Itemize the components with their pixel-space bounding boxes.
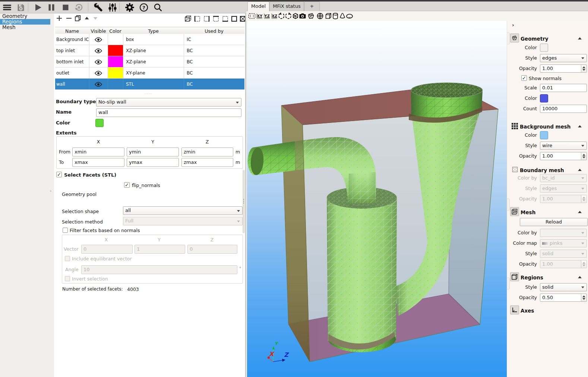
visible-eye-icon[interactable] — [89, 45, 108, 56]
background-mesh-collapse-arrow[interactable] — [578, 125, 582, 127]
regions-opacity-spinbox[interactable]: 0.50 — [540, 294, 587, 302]
panel-collapse-chevron[interactable]: › — [512, 22, 514, 28]
table-row-top-inlet[interactable]: top inlet XZ-plane BC — [55, 45, 244, 56]
nav-item-geometry[interactable]: Geometry — [0, 13, 50, 19]
extents-from-z-input[interactable]: zmin — [181, 148, 233, 156]
run-play-icon[interactable] — [33, 2, 43, 13]
region-color-swatch[interactable] — [108, 67, 123, 78]
form-scrollbar[interactable] — [243, 170, 245, 233]
region-name-input[interactable]: wall — [96, 108, 241, 117]
extents-from-x-input[interactable]: xmin — [72, 148, 124, 156]
boundary-mesh-section-icon[interactable] — [510, 165, 519, 174]
splitter-grip[interactable] — [507, 199, 510, 210]
region-shape-plane-right-icon[interactable] — [202, 15, 211, 23]
reset-icon[interactable] — [74, 2, 84, 13]
normals-count-input[interactable]: 10000 — [540, 105, 587, 113]
tab-mfix-status[interactable]: MFiX status — [269, 1, 304, 11]
mesh-section-title[interactable]: Mesh — [521, 209, 535, 215]
geometry-opacity-spinbox[interactable]: 1.00 — [540, 64, 587, 73]
col-header-color[interactable]: Color — [108, 28, 123, 34]
visible-eye-icon[interactable] — [89, 79, 108, 90]
help-icon[interactable]: ? — [139, 2, 149, 13]
region-remove-button[interactable] — [65, 14, 73, 22]
region-down-button[interactable] — [91, 14, 99, 22]
geometry-visibility-icon[interactable] — [307, 12, 316, 20]
pause-icon[interactable] — [46, 2, 57, 13]
region-shape-square-icon[interactable] — [230, 15, 238, 23]
region-shape-plane-left-icon[interactable] — [193, 15, 201, 23]
axes-section-icon[interactable] — [510, 305, 519, 314]
visibility-eye-icon[interactable] — [345, 12, 354, 20]
mesh-collapse-arrow[interactable] — [578, 211, 582, 213]
col-header-visible[interactable]: Visible — [89, 28, 108, 34]
background-mesh-section-icon[interactable] — [510, 121, 519, 130]
background-mesh-color-button[interactable] — [540, 131, 548, 139]
region-duplicate-button[interactable] — [74, 14, 82, 22]
splitter-dots[interactable]: ······ — [145, 92, 152, 96]
regions-collapse-arrow[interactable] — [578, 276, 582, 278]
region-shape-plane-top-icon[interactable] — [212, 15, 220, 23]
tab-model[interactable]: Model — [247, 1, 269, 12]
region-shape-plane-bottom-icon[interactable] — [221, 15, 229, 23]
screenshot-camera-icon[interactable] — [298, 12, 307, 20]
parameters-sliders-icon[interactable] — [107, 2, 118, 13]
splitter-grip[interactable] — [507, 278, 510, 289]
geometry-color-button[interactable] — [540, 44, 548, 52]
3d-viewport[interactable]: Y X Z — [246, 21, 507, 377]
menu-hamburger-icon[interactable] — [2, 2, 12, 13]
col-header-used-by[interactable]: Used by — [184, 28, 244, 34]
extents-to-x-input[interactable]: xmax — [72, 158, 124, 167]
normals-color-button[interactable] — [540, 94, 548, 102]
boundary-mesh-section-title[interactable]: Boundary mesh — [520, 167, 564, 173]
geometry-section-icon[interactable] — [510, 34, 519, 42]
splitter-grip[interactable] — [507, 32, 510, 44]
selection-shape-combo[interactable]: all — [123, 206, 243, 215]
background-mesh-section-title[interactable]: Background mesh — [520, 124, 570, 130]
flip-normals-checkbox[interactable]: ✓ — [124, 182, 130, 188]
settings-gear-icon[interactable] — [124, 2, 135, 13]
geometry-style-combo[interactable]: edges — [540, 54, 587, 62]
region-color-swatch[interactable] — [108, 45, 123, 56]
col-header-type[interactable]: Type — [123, 28, 184, 34]
build-wrench-icon[interactable] — [93, 2, 104, 13]
tab-add[interactable]: + — [304, 1, 320, 11]
extents-to-y-input[interactable]: ymax — [127, 158, 179, 167]
table-row-background-ic[interactable]: Background IC box IC — [55, 34, 244, 45]
search-icon[interactable] — [153, 2, 163, 13]
save-icon[interactable] — [16, 2, 26, 13]
region-color-swatch[interactable] — [108, 56, 123, 67]
col-header-name[interactable]: Name — [55, 28, 89, 34]
show-normals-checkbox[interactable]: ✓ — [521, 75, 527, 81]
boundary-type-combo[interactable]: No-slip wall — [96, 98, 241, 107]
table-row-outlet[interactable]: outlet XY-plane BC — [55, 67, 244, 79]
regions-style-combo[interactable]: solid — [540, 283, 587, 291]
extents-from-y-input[interactable]: ymin — [127, 148, 179, 156]
visible-eye-icon[interactable] — [89, 34, 108, 45]
mesh-section-icon[interactable] — [510, 207, 519, 216]
background-mesh-visibility-icon[interactable] — [316, 12, 325, 20]
mesh-reload-button[interactable]: Reload — [520, 218, 588, 226]
visible-eye-icon[interactable] — [89, 67, 108, 79]
regions-section-title[interactable]: Regions — [521, 275, 543, 281]
region-add-button[interactable] — [55, 14, 63, 22]
region-shape-box-icon[interactable] — [184, 15, 192, 23]
axes-section-title[interactable]: Axes — [521, 308, 534, 314]
region-color-button[interactable] — [95, 119, 104, 127]
select-facets-checkbox[interactable]: ✓ — [56, 172, 62, 177]
visible-eye-icon[interactable] — [89, 56, 108, 67]
extents-to-z-input[interactable]: zmax — [181, 158, 233, 167]
geometry-collapse-arrow[interactable] — [578, 37, 582, 39]
stop-icon[interactable] — [60, 2, 71, 13]
geometry-section-title[interactable]: Geometry — [521, 36, 549, 42]
nav-item-mesh[interactable]: Mesh — [0, 25, 50, 30]
normals-scale-input[interactable]: 0.01 — [540, 84, 587, 92]
background-mesh-opacity-spinbox[interactable]: 1.00 — [540, 152, 587, 160]
region-up-button[interactable] — [83, 14, 91, 22]
table-row-wall[interactable]: wall STL BC — [55, 79, 244, 90]
background-mesh-style-combo[interactable]: wire — [540, 142, 587, 150]
boundary-mesh-collapse-arrow[interactable] — [578, 169, 582, 171]
filter-facets-checkbox[interactable] — [63, 228, 68, 233]
nav-item-regions[interactable]: Regions — [0, 19, 50, 25]
regions-section-icon[interactable] — [510, 272, 519, 281]
table-row-bottom-inlet[interactable]: bottom inlet XZ-plane BC — [55, 56, 244, 67]
